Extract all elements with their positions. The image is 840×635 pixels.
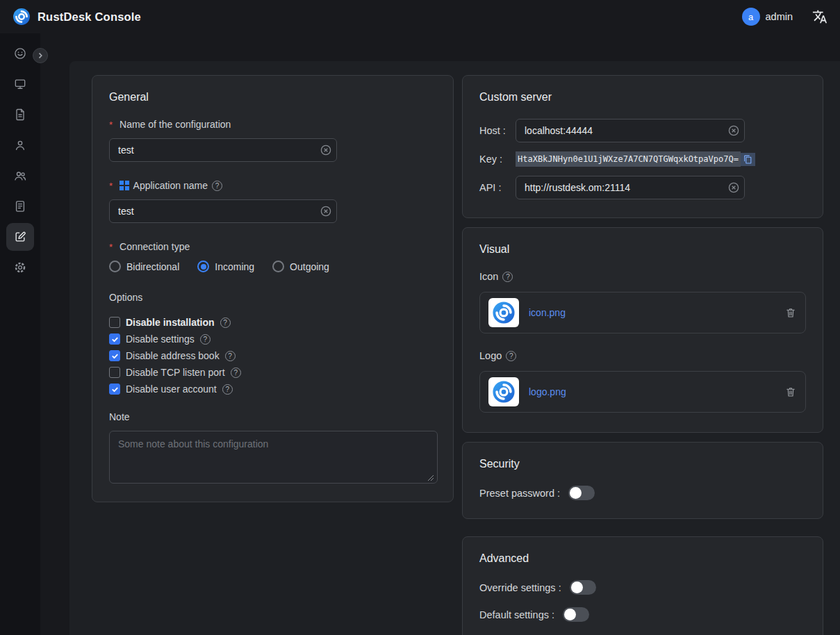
checkbox-icon[interactable] [109,350,120,361]
topbar-right: a admin [742,8,828,26]
sidebar-item-documents[interactable] [6,101,34,129]
clear-icon[interactable] [728,125,739,136]
copy-icon[interactable] [741,153,755,166]
app-name-input[interactable] [109,199,337,223]
clear-icon[interactable] [320,145,331,156]
app-title: RustDesk Console [38,10,141,24]
host-field [516,119,745,142]
help-icon[interactable]: ? [225,351,236,361]
radio-incoming[interactable]: Incoming [197,261,254,272]
trash-icon[interactable] [784,386,797,398]
general-card-title: General [109,91,436,104]
preset-password-toggle[interactable] [568,486,595,500]
host-input[interactable] [516,119,745,142]
override-settings-row: Override settings : [479,580,806,595]
clear-icon[interactable] [320,206,331,217]
checkbox-disable-address-book[interactable]: Disable address book ? [109,350,436,361]
icon-file-link[interactable]: icon.png [529,307,566,318]
help-icon[interactable]: ? [506,351,516,361]
config-name-field [109,138,337,162]
checkbox-icon[interactable] [109,333,120,345]
logo-file-link[interactable]: logo.png [529,386,566,397]
sidebar [0,33,40,635]
rustdesk-logo [492,380,516,404]
sidebar-item-settings[interactable] [6,254,34,281]
key-value[interactable]: HtaXBkJNHyn0e1U1jWXze7A7CN7QTGWqxkOtpaVp… [516,151,741,167]
help-icon[interactable]: ? [502,272,513,282]
username[interactable]: admin [766,11,793,22]
security-title: Security [479,458,806,470]
radio-icon[interactable] [109,261,121,272]
help-icon[interactable]: ? [231,368,241,378]
checkbox-disable-installation[interactable]: Disable installation ? [109,317,436,328]
note-textarea[interactable] [109,431,438,484]
journal-icon [13,199,27,213]
help-icon[interactable]: ? [220,318,231,328]
radio-bidirectional[interactable]: Bidirectional [109,261,179,272]
key-label: Key : [479,154,516,165]
logo-thumbnail [488,377,519,406]
icon-thumbnail [488,298,519,327]
radio-outgoing[interactable]: Outgoing [272,261,329,272]
key-row: Key : HtaXBkJNHyn0e1U1jWXze7A7CN7QTGWqxk… [479,151,806,167]
clear-icon[interactable] [728,182,739,193]
rustdesk-logo [13,8,31,26]
windows-logo-icon [120,181,129,190]
trash-icon[interactable] [784,306,797,319]
visual-card: Visual Icon ? icon.png [462,227,823,433]
help-icon[interactable]: ? [222,384,233,395]
api-label: API : [479,182,516,193]
sidebar-item-dashboard[interactable] [6,40,34,67]
logo-label: Logo ? [479,350,806,361]
edit-square-icon [13,230,27,244]
monitor-icon [13,77,27,91]
sidebar-item-user[interactable] [6,131,34,159]
help-icon[interactable]: ? [200,334,211,345]
api-field [516,176,745,199]
note-label: Note [109,411,436,422]
document-icon [13,108,27,122]
security-card: Security Preset password : [462,442,823,519]
note-field [109,431,436,486]
translate-icon[interactable] [812,9,827,24]
topbar: RustDesk Console a admin [0,0,840,33]
checkbox-icon[interactable] [109,384,120,395]
override-settings-toggle[interactable] [570,580,596,595]
chevron-right-icon [36,51,44,60]
avatar[interactable]: a [742,8,760,26]
sidebar-item-devices[interactable] [6,70,34,98]
custom-server-title: Custom server [479,91,806,104]
radio-icon[interactable] [197,261,209,272]
sidebar-collapse-button[interactable] [33,48,48,63]
icon-label: Icon ? [479,271,806,282]
advanced-card: Advanced Override settings : Default set… [462,536,823,635]
api-row: API : [479,176,806,199]
radio-icon[interactable] [272,261,284,272]
icon-file-row: icon.png [479,292,806,333]
logo-file-row: logo.png [479,371,806,413]
checkbox-icon[interactable] [109,367,120,378]
visual-title: Visual [479,243,806,256]
checkbox-disable-settings[interactable]: Disable settings ? [109,333,436,345]
user-menu[interactable]: a admin [742,8,793,26]
help-icon[interactable]: ? [212,181,222,191]
content-panel: General Name of the configuration Applic… [69,61,840,635]
config-name-label: Name of the configuration [109,119,436,130]
preset-password-label: Preset password : [479,488,560,499]
checkbox-icon[interactable] [109,317,120,328]
api-input[interactable] [516,176,745,199]
checkbox-disable-user-account[interactable]: Disable user account ? [109,384,436,395]
sidebar-item-groups[interactable] [6,162,34,190]
host-row: Host : [479,119,806,142]
app-name-field [109,199,337,223]
key-field[interactable]: HtaXBkJNHyn0e1U1jWXze7A7CN7QTGWqxkOtpaVp… [516,151,755,167]
sidebar-item-custom-clients[interactable] [6,223,34,251]
override-settings-label: Override settings : [479,582,561,593]
checkbox-disable-tcp-listen-port[interactable]: Disable TCP listen port ? [109,367,436,378]
default-settings-toggle[interactable] [563,607,589,622]
connection-type-label: Connection type [109,241,436,252]
custom-server-card: Custom server Host : Key : [462,75,823,218]
gear-icon [13,261,27,274]
sidebar-item-logs[interactable] [6,192,34,220]
config-name-input[interactable] [109,138,337,162]
